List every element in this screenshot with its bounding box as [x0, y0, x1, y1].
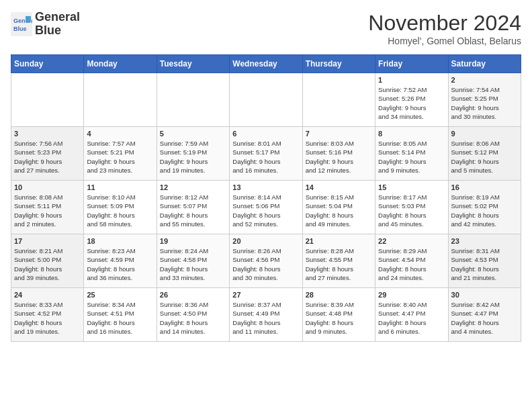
calendar-cell: 27Sunrise: 8:37 AM Sunset: 4:49 PM Dayli…	[230, 288, 302, 342]
calendar-cell: 9Sunrise: 8:06 AM Sunset: 5:12 PM Daylig…	[448, 127, 521, 181]
logo-line1: General	[35, 11, 80, 24]
calendar-cell: 14Sunrise: 8:15 AM Sunset: 5:04 PM Dayli…	[302, 181, 375, 234]
day-info: Sunrise: 8:29 AM Sunset: 4:54 PM Dayligh…	[378, 246, 445, 282]
calendar-cell: 29Sunrise: 8:40 AM Sunset: 4:47 PM Dayli…	[375, 288, 448, 342]
calendar-cell	[11, 73, 84, 127]
location-subtitle: Homyel', Gomel Oblast, Belarus	[368, 36, 521, 46]
day-number: 27	[232, 291, 299, 299]
day-info: Sunrise: 8:17 AM Sunset: 5:03 PM Dayligh…	[378, 193, 445, 228]
week-row-4: 17Sunrise: 8:21 AM Sunset: 5:00 PM Dayli…	[11, 234, 521, 288]
logo-text: General Blue	[35, 11, 80, 38]
day-info: Sunrise: 8:12 AM Sunset: 5:07 PM Dayligh…	[160, 193, 226, 228]
calendar-cell: 22Sunrise: 8:29 AM Sunset: 4:54 PM Dayli…	[375, 234, 448, 288]
calendar-cell: 8Sunrise: 8:05 AM Sunset: 5:14 PM Daylig…	[375, 127, 448, 181]
month-title: November 2024	[368, 11, 521, 36]
calendar-cell: 16Sunrise: 8:19 AM Sunset: 5:02 PM Dayli…	[448, 181, 521, 234]
day-info: Sunrise: 7:52 AM Sunset: 5:26 PM Dayligh…	[378, 85, 445, 121]
calendar-cell: 12Sunrise: 8:12 AM Sunset: 5:07 PM Dayli…	[157, 181, 229, 234]
day-number: 3	[14, 130, 81, 138]
day-info: Sunrise: 8:10 AM Sunset: 5:09 PM Dayligh…	[87, 193, 153, 228]
calendar-cell: 11Sunrise: 8:10 AM Sunset: 5:09 PM Dayli…	[84, 181, 157, 234]
calendar-cell	[230, 73, 302, 127]
day-number: 9	[451, 130, 518, 138]
day-number: 28	[306, 291, 372, 299]
calendar-cell: 15Sunrise: 8:17 AM Sunset: 5:03 PM Dayli…	[375, 181, 448, 234]
day-number: 26	[160, 291, 226, 299]
calendar-cell	[157, 73, 229, 127]
week-row-1: 1Sunrise: 7:52 AM Sunset: 5:26 PM Daylig…	[11, 73, 521, 127]
day-info: Sunrise: 8:21 AM Sunset: 5:00 PM Dayligh…	[14, 246, 81, 282]
calendar-cell: 20Sunrise: 8:26 AM Sunset: 4:56 PM Dayli…	[230, 234, 302, 288]
day-header-thursday: Thursday	[302, 55, 375, 73]
calendar-cell: 26Sunrise: 8:36 AM Sunset: 4:50 PM Dayli…	[157, 288, 229, 342]
day-info: Sunrise: 8:28 AM Sunset: 4:55 PM Dayligh…	[306, 246, 372, 282]
calendar-cell: 18Sunrise: 8:23 AM Sunset: 4:59 PM Dayli…	[84, 234, 157, 288]
day-info: Sunrise: 8:06 AM Sunset: 5:12 PM Dayligh…	[451, 139, 518, 175]
day-number: 30	[451, 291, 518, 299]
calendar-cell: 21Sunrise: 8:28 AM Sunset: 4:55 PM Dayli…	[302, 234, 375, 288]
calendar-cell: 28Sunrise: 8:39 AM Sunset: 4:48 PM Dayli…	[302, 288, 375, 342]
svg-text:Blue: Blue	[13, 26, 27, 32]
day-info: Sunrise: 8:36 AM Sunset: 4:50 PM Dayligh…	[160, 300, 226, 336]
day-header-wednesday: Wednesday	[230, 55, 302, 73]
day-number: 1	[378, 76, 445, 84]
day-number: 29	[378, 291, 445, 299]
logo-line2: Blue	[35, 24, 80, 38]
week-row-5: 24Sunrise: 8:33 AM Sunset: 4:52 PM Dayli…	[11, 288, 521, 342]
day-info: Sunrise: 8:40 AM Sunset: 4:47 PM Dayligh…	[378, 300, 445, 336]
day-header-friday: Friday	[375, 55, 448, 73]
day-info: Sunrise: 8:37 AM Sunset: 4:49 PM Dayligh…	[232, 300, 299, 336]
calendar-cell: 10Sunrise: 8:08 AM Sunset: 5:11 PM Dayli…	[11, 181, 84, 234]
calendar-cell: 4Sunrise: 7:57 AM Sunset: 5:21 PM Daylig…	[84, 127, 157, 181]
day-header-monday: Monday	[84, 55, 157, 73]
day-info: Sunrise: 8:23 AM Sunset: 4:59 PM Dayligh…	[87, 246, 153, 282]
day-number: 18	[87, 237, 153, 245]
calendar-cell: 6Sunrise: 8:01 AM Sunset: 5:17 PM Daylig…	[230, 127, 302, 181]
day-info: Sunrise: 8:34 AM Sunset: 4:51 PM Dayligh…	[87, 300, 153, 336]
day-info: Sunrise: 8:31 AM Sunset: 4:53 PM Dayligh…	[451, 246, 518, 282]
day-number: 14	[306, 183, 372, 191]
day-info: Sunrise: 8:33 AM Sunset: 4:52 PM Dayligh…	[14, 300, 81, 336]
day-number: 23	[451, 237, 518, 245]
day-info: Sunrise: 7:59 AM Sunset: 5:19 PM Dayligh…	[160, 139, 226, 175]
day-info: Sunrise: 8:08 AM Sunset: 5:11 PM Dayligh…	[14, 193, 81, 228]
calendar-header-row: SundayMondayTuesdayWednesdayThursdayFrid…	[11, 55, 521, 73]
svg-rect-0	[11, 12, 32, 36]
day-number: 8	[378, 130, 445, 138]
day-header-saturday: Saturday	[448, 55, 521, 73]
day-info: Sunrise: 8:15 AM Sunset: 5:04 PM Dayligh…	[306, 193, 372, 228]
day-number: 6	[232, 130, 299, 138]
day-info: Sunrise: 8:03 AM Sunset: 5:16 PM Dayligh…	[306, 139, 372, 175]
calendar-cell	[84, 73, 157, 127]
day-number: 12	[160, 183, 226, 191]
calendar-cell: 23Sunrise: 8:31 AM Sunset: 4:53 PM Dayli…	[448, 234, 521, 288]
day-number: 11	[87, 183, 153, 191]
day-number: 20	[232, 237, 299, 245]
day-info: Sunrise: 8:39 AM Sunset: 4:48 PM Dayligh…	[306, 300, 372, 336]
calendar-cell: 7Sunrise: 8:03 AM Sunset: 5:16 PM Daylig…	[302, 127, 375, 181]
day-info: Sunrise: 8:05 AM Sunset: 5:14 PM Dayligh…	[378, 139, 445, 175]
calendar-cell: 1Sunrise: 7:52 AM Sunset: 5:26 PM Daylig…	[375, 73, 448, 127]
day-number: 7	[306, 130, 372, 138]
day-info: Sunrise: 8:24 AM Sunset: 4:58 PM Dayligh…	[160, 246, 226, 282]
calendar-cell: 25Sunrise: 8:34 AM Sunset: 4:51 PM Dayli…	[84, 288, 157, 342]
day-number: 2	[451, 76, 518, 84]
title-area: November 2024 Homyel', Gomel Oblast, Bel…	[368, 11, 521, 46]
day-number: 15	[378, 183, 445, 191]
day-number: 13	[232, 183, 299, 191]
day-number: 21	[306, 237, 372, 245]
day-info: Sunrise: 8:14 AM Sunset: 5:06 PM Dayligh…	[232, 193, 299, 228]
day-number: 25	[87, 291, 153, 299]
day-info: Sunrise: 7:56 AM Sunset: 5:23 PM Dayligh…	[14, 139, 81, 175]
logo-icon: General Blue	[11, 12, 32, 36]
day-number: 4	[87, 130, 153, 138]
day-number: 24	[14, 291, 81, 299]
calendar-cell: 30Sunrise: 8:42 AM Sunset: 4:47 PM Dayli…	[448, 288, 521, 342]
calendar-cell	[302, 73, 375, 127]
calendar-cell: 17Sunrise: 8:21 AM Sunset: 5:00 PM Dayli…	[11, 234, 84, 288]
week-row-2: 3Sunrise: 7:56 AM Sunset: 5:23 PM Daylig…	[11, 127, 521, 181]
day-info: Sunrise: 7:54 AM Sunset: 5:25 PM Dayligh…	[451, 85, 518, 121]
day-header-tuesday: Tuesday	[157, 55, 229, 73]
week-row-3: 10Sunrise: 8:08 AM Sunset: 5:11 PM Dayli…	[11, 181, 521, 234]
calendar-cell: 24Sunrise: 8:33 AM Sunset: 4:52 PM Dayli…	[11, 288, 84, 342]
